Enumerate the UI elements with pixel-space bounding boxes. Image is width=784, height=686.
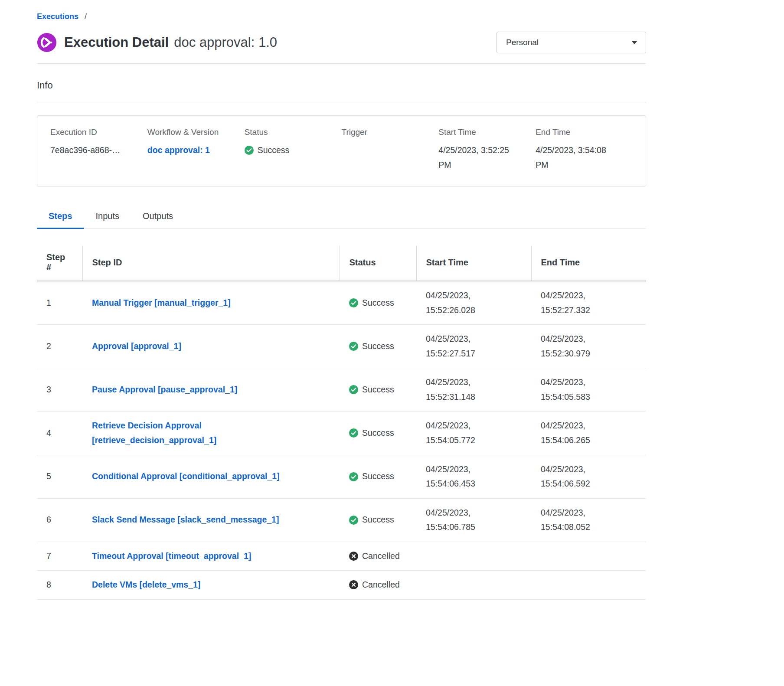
step-id-link[interactable]: Retrieve Decision Approval [retrieve_dec…	[92, 421, 216, 445]
status-label: Success	[362, 296, 394, 310]
status-success-icon	[349, 385, 358, 394]
table-row: 4 Retrieve Decision Approval [retrieve_d…	[37, 412, 646, 455]
scope-dropdown-value: Personal	[506, 38, 539, 47]
workflow-version-label: Workflow & Version	[147, 127, 235, 137]
page-title: Execution Detail	[64, 35, 169, 50]
step-number-cell: 2	[37, 325, 82, 368]
column-header-status: Status	[340, 246, 416, 281]
step-number-cell: 4	[37, 412, 82, 455]
workflow-version-link[interactable]: doc approval: 1	[147, 145, 210, 155]
step-start-time	[416, 542, 531, 571]
status-success-icon	[349, 298, 358, 307]
step-start-time: 04/25/2023, 15:54:05.772	[416, 412, 531, 455]
scope-dropdown[interactable]: Personal	[497, 32, 646, 53]
info-execution-id: Execution ID 7e8ac396-a868-…	[50, 127, 147, 172]
column-header-step-id: Step ID	[82, 246, 340, 281]
column-header-end-time: End Time	[531, 246, 646, 281]
status-badge: Success	[349, 513, 416, 527]
status-success-icon	[349, 428, 358, 438]
status-label: Success	[362, 513, 394, 527]
table-row: 5 Conditional Approval [conditional_appr…	[37, 455, 646, 498]
end-time-label: End Time	[536, 127, 623, 137]
tab-inputs[interactable]: Inputs	[84, 211, 131, 228]
status-badge: Cancelled	[349, 578, 416, 592]
status-label: Cancelled	[362, 549, 400, 564]
step-end-time	[531, 571, 646, 600]
table-header-row: Step # Step ID Status Start Time End Tim…	[37, 246, 646, 281]
info-start-time: Start Time 4/25/2023, 3:52:25 PM	[438, 127, 536, 172]
status-success-icon	[349, 516, 358, 525]
steps-table: Step # Step ID Status Start Time End Tim…	[37, 246, 646, 599]
header-divider	[37, 63, 646, 64]
start-time-label: Start Time	[438, 127, 526, 137]
info-workflow-version: Workflow & Version doc approval: 1	[147, 127, 245, 172]
workflow-brand-icon	[37, 33, 57, 52]
status-label: Success	[362, 469, 394, 484]
step-end-time: 04/25/2023, 15:54:08.052	[531, 498, 646, 542]
step-start-time: 04/25/2023, 15:52:26.028	[416, 281, 531, 325]
step-start-time: 04/25/2023, 15:52:31.148	[416, 368, 531, 412]
tab-steps[interactable]: Steps	[37, 211, 84, 228]
end-time-value: 4/25/2023, 3:54:08 PM	[536, 143, 614, 172]
step-id-link[interactable]: Conditional Approval [conditional_approv…	[92, 471, 280, 481]
step-id-link[interactable]: Timeout Approval [timeout_approval_1]	[92, 551, 251, 561]
status-badge: Success	[245, 143, 332, 157]
detail-tabs: Steps Inputs Outputs	[37, 211, 646, 229]
step-start-time: 04/25/2023, 15:54:06.453	[416, 455, 531, 498]
execution-id-value: 7e8ac396-a868-…	[50, 143, 138, 157]
status-label-heading: Status	[245, 127, 332, 137]
step-end-time: 04/25/2023, 15:54:05.583	[531, 368, 646, 412]
step-number-cell: 3	[37, 368, 82, 412]
info-divider	[37, 102, 646, 102]
status-badge: Cancelled	[349, 549, 416, 564]
info-card: Execution ID 7e8ac396-a868-… Workflow & …	[37, 115, 646, 187]
step-end-time	[531, 542, 646, 571]
step-start-time: 04/25/2023, 15:54:06.785	[416, 498, 531, 542]
info-end-time: End Time 4/25/2023, 3:54:08 PM	[536, 127, 633, 172]
step-end-time: 04/25/2023, 15:54:06.265	[531, 412, 646, 455]
breadcrumb-separator: /	[85, 12, 87, 21]
table-row: 7 Timeout Approval [timeout_approval_1] …	[37, 542, 646, 571]
step-id-link[interactable]: Approval [approval_1]	[92, 341, 181, 351]
status-value: Success	[258, 143, 290, 157]
breadcrumb-executions-link[interactable]: Executions	[37, 12, 78, 21]
status-label: Cancelled	[362, 578, 400, 592]
start-time-value: 4/25/2023, 3:52:25 PM	[438, 143, 516, 172]
chevron-down-icon	[631, 41, 637, 44]
step-id-link[interactable]: Manual Trigger [manual_trigger_1]	[92, 298, 231, 307]
column-header-step-number: Step #	[37, 246, 82, 281]
step-end-time: 04/25/2023, 15:54:06.592	[531, 455, 646, 498]
info-trigger: Trigger	[341, 127, 438, 172]
steps-table-body: 1 Manual Trigger [manual_trigger_1] Succ…	[37, 281, 646, 599]
step-start-time	[416, 571, 531, 600]
table-row: 1 Manual Trigger [manual_trigger_1] Succ…	[37, 281, 646, 325]
step-number-cell: 6	[37, 498, 82, 542]
column-header-start-time: Start Time	[416, 246, 531, 281]
step-end-time: 04/25/2023, 15:52:27.332	[531, 281, 646, 325]
status-badge: Success	[349, 339, 416, 354]
step-id-link[interactable]: Delete VMs [delete_vms_1]	[92, 580, 200, 589]
page-header: Execution Detaildoc approval: 1.0 Person…	[37, 32, 646, 53]
step-number-cell: 8	[37, 571, 82, 600]
page-subtitle: doc approval: 1.0	[174, 35, 277, 50]
step-end-time: 04/25/2023, 15:52:30.979	[531, 325, 646, 368]
status-badge: Success	[349, 296, 416, 310]
step-number-cell: 7	[37, 542, 82, 571]
execution-id-label: Execution ID	[50, 127, 138, 137]
info-status: Status Success	[245, 127, 342, 172]
step-id-link[interactable]: Slack Send Message [slack_send_message_1…	[92, 515, 279, 524]
status-success-icon	[349, 342, 358, 351]
step-number-cell: 5	[37, 455, 82, 498]
status-label: Success	[362, 382, 394, 397]
table-row: 8 Delete VMs [delete_vms_1] Cancelled	[37, 571, 646, 600]
tab-outputs[interactable]: Outputs	[131, 211, 185, 228]
table-row: 6 Slack Send Message [slack_send_message…	[37, 498, 646, 542]
table-row: 3 Pause Approval [pause_approval_1] Succ…	[37, 368, 646, 412]
info-section-title: Info	[37, 80, 646, 91]
cancelled-icon	[349, 580, 358, 589]
execution-detail-page: Executions / Execution Detaildoc approva…	[37, 0, 646, 600]
status-success-icon	[245, 146, 254, 155]
step-id-link[interactable]: Pause Approval [pause_approval_1]	[92, 385, 237, 394]
status-success-icon	[349, 472, 358, 481]
breadcrumb: Executions /	[37, 12, 646, 21]
